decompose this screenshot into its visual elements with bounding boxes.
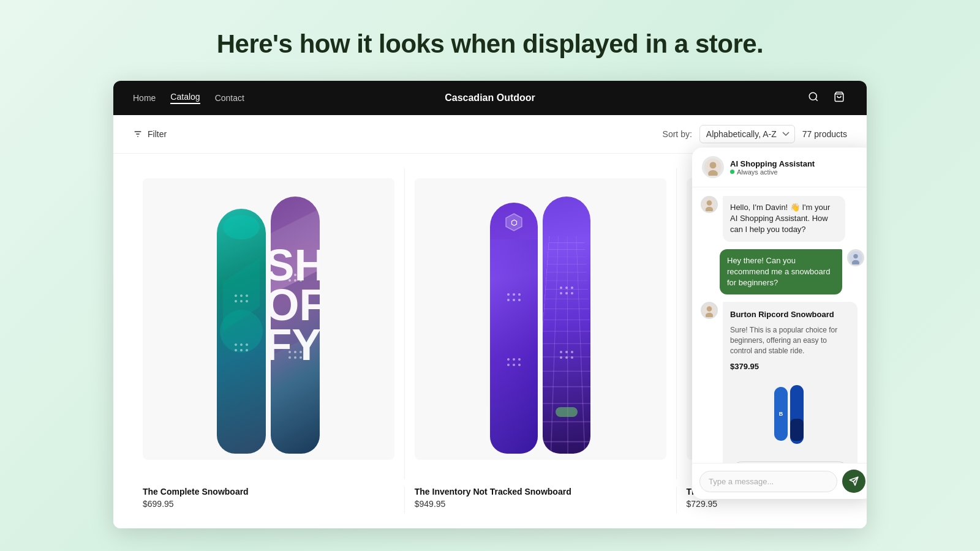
send-icon bbox=[849, 476, 859, 486]
svg-point-26 bbox=[707, 306, 712, 312]
cart-icon bbox=[834, 91, 845, 102]
nav-catalog[interactable]: Catalog bbox=[170, 92, 200, 104]
svg-point-23 bbox=[853, 253, 858, 258]
svg-point-0 bbox=[809, 92, 816, 100]
svg-text:B: B bbox=[779, 411, 783, 417]
status-dot bbox=[730, 170, 734, 174]
msg-bubble-1: Hello, I'm Davin! 👋 I'm your AI Shopping… bbox=[723, 196, 845, 242]
rec-product-name: Burton Ripcord Snowboard bbox=[730, 309, 850, 320]
chat-message-input[interactable] bbox=[699, 471, 837, 492]
product-count: 77 products bbox=[802, 129, 847, 139]
rec-product-price: $379.95 bbox=[730, 361, 850, 372]
message-row-2: Hey there! Can you recommend me a snowbo… bbox=[701, 249, 864, 295]
nav-links: Home Catalog Contact bbox=[133, 92, 244, 104]
chat-messages: Hello, I'm Davin! 👋 I'm your AI Shopping… bbox=[692, 187, 867, 463]
search-icon-button[interactable] bbox=[805, 89, 821, 108]
send-message-button[interactable] bbox=[842, 470, 865, 493]
product-name-1: The Complete Snowboard bbox=[143, 487, 394, 497]
message-row-1: Hello, I'm Davin! 👋 I'm your AI Shopping… bbox=[701, 196, 864, 242]
chat-header: AI Shopping Assistant Always active bbox=[692, 148, 867, 187]
store-title: Cascadian Outdoor bbox=[445, 92, 535, 103]
products-area: SHOFFY bbox=[113, 154, 867, 479]
chat-input-area bbox=[692, 463, 867, 499]
product-name-2: The Inventory Not Tracked Snowboard bbox=[415, 487, 666, 497]
board-left bbox=[217, 209, 266, 454]
product-image-inventory: ⬡ bbox=[415, 178, 666, 460]
page-heading: Here's how it looks when displayed in a … bbox=[0, 0, 980, 81]
assistant-name: AI Shopping Assistant bbox=[730, 159, 815, 168]
svg-point-17 bbox=[710, 162, 717, 168]
filter-icon bbox=[133, 129, 143, 139]
view-product-details-button[interactable]: View Product Details bbox=[730, 462, 850, 463]
assistant-info: AI Shopping Assistant Always active bbox=[730, 159, 815, 176]
product-card-inventory[interactable]: ⬡ bbox=[404, 168, 676, 479]
product-recommendation-bubble: Burton Ripcord Snowboard Sure! This is a… bbox=[723, 302, 858, 463]
board-inv-right bbox=[543, 197, 590, 454]
product-price-2: $949.95 bbox=[415, 499, 666, 509]
sort-label: Sort by: bbox=[663, 129, 692, 139]
product-price-3: $729.95 bbox=[687, 499, 837, 509]
svg-rect-12 bbox=[490, 239, 538, 454]
search-icon bbox=[808, 91, 819, 102]
message-row-3: Burton Ripcord Snowboard Sure! This is a… bbox=[701, 302, 864, 463]
filter-button[interactable]: Filter bbox=[133, 129, 167, 139]
store-nav: Home Catalog Contact Cascadian Outdoor bbox=[113, 81, 867, 115]
product-price-1: $699.95 bbox=[143, 499, 394, 509]
board-right: SHOFFY bbox=[271, 197, 320, 454]
svg-point-5 bbox=[223, 215, 260, 239]
rec-product-desc: Sure! This is a popular choice for begin… bbox=[730, 325, 850, 356]
chat-widget: AI Shopping Assistant Always active bbox=[692, 148, 867, 499]
svg-text:⬡: ⬡ bbox=[511, 219, 518, 227]
product-image-complete: SHOFFY bbox=[143, 178, 394, 460]
svg-point-20 bbox=[707, 200, 712, 206]
msg-avatar-1 bbox=[701, 196, 718, 213]
sort-select[interactable]: Alphabetically, A-Z Alphabetically, Z-A … bbox=[699, 125, 795, 143]
msg-bubble-2: Hey there! Can you recommend me a snowbo… bbox=[720, 249, 842, 295]
cart-icon-button[interactable] bbox=[831, 89, 847, 108]
chat-status: Always active bbox=[730, 168, 815, 176]
sort-area: Sort by: Alphabetically, A-Z Alphabetica… bbox=[663, 125, 847, 143]
msg-avatar-3 bbox=[701, 302, 718, 319]
assistant-avatar bbox=[702, 156, 724, 178]
nav-home[interactable]: Home bbox=[133, 93, 156, 103]
rec-product-image: B bbox=[772, 382, 809, 449]
store-window: Home Catalog Contact Cascadian Outdoor bbox=[113, 81, 867, 528]
product-card-complete[interactable]: SHOFFY bbox=[133, 168, 404, 479]
nav-icons bbox=[805, 89, 847, 108]
filter-label: Filter bbox=[148, 129, 167, 139]
msg-avatar-2 bbox=[847, 249, 864, 266]
status-text: Always active bbox=[737, 168, 778, 176]
product-rec: Burton Ripcord Snowboard Sure! This is a… bbox=[730, 309, 850, 463]
nav-contact[interactable]: Contact bbox=[215, 93, 244, 103]
board-inv-left: ⬡ bbox=[490, 203, 538, 454]
svg-rect-31 bbox=[790, 419, 804, 441]
